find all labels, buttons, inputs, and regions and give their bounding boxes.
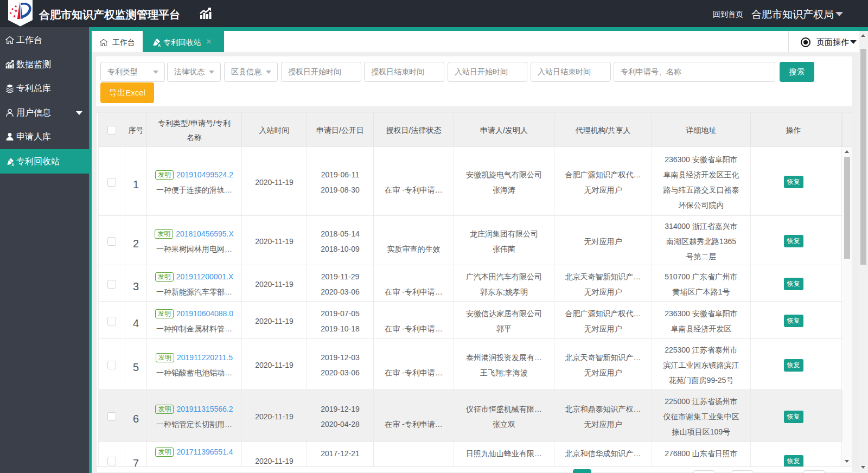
svg-text:A: A [11, 162, 14, 166]
svg-text:A: A [158, 43, 161, 47]
